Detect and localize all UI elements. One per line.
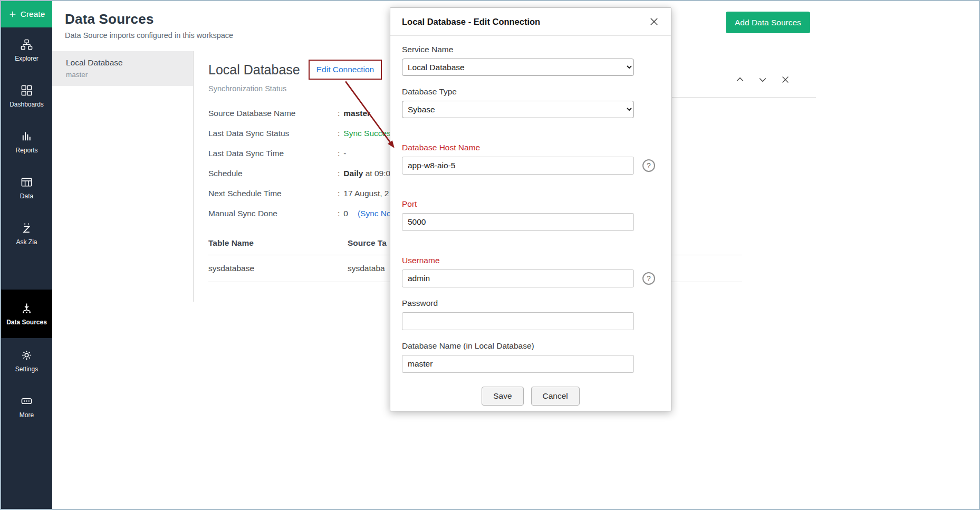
field-username: Username ? xyxy=(402,255,659,287)
sidebar-item-data[interactable]: Data xyxy=(1,165,52,211)
sidebar: Create Explorer Dashboards Reports Data … xyxy=(1,1,52,509)
settings-icon xyxy=(21,349,33,361)
ask-zia-icon xyxy=(21,222,33,234)
username-input[interactable] xyxy=(402,270,634,287)
field-label: Service Name xyxy=(402,44,659,54)
data-icon xyxy=(21,176,33,188)
field-database-name: Database Name (in Local Database) xyxy=(402,341,659,373)
source-list-item[interactable]: Local Database master xyxy=(52,51,193,86)
help-icon[interactable]: ? xyxy=(642,272,655,285)
table-cell: sysdataba xyxy=(348,264,385,273)
detail-row-value: Sync Succes xyxy=(343,129,391,138)
detail-row-label: Source Database Name xyxy=(208,108,338,119)
reports-icon xyxy=(21,130,33,142)
detail-row-label: Schedule xyxy=(208,168,338,179)
field-database-type: Database Type Sybase xyxy=(402,86,659,118)
detail-row-value: master xyxy=(343,109,370,118)
help-icon[interactable]: ? xyxy=(642,159,655,172)
close-icon xyxy=(649,16,659,27)
more-icon xyxy=(21,395,33,407)
previous-source-button[interactable] xyxy=(733,73,747,86)
field-label: Username xyxy=(402,255,659,265)
detail-row-value-suffix: at 09:0 xyxy=(363,169,390,178)
create-label: Create xyxy=(21,9,45,19)
sidebar-item-label: Explorer xyxy=(15,55,39,62)
source-database: master xyxy=(66,71,179,79)
save-button[interactable]: Save xyxy=(482,387,523,406)
field-label: Database Type xyxy=(402,86,659,97)
field-label: Port xyxy=(402,199,659,209)
source-list-panel: Local Database master xyxy=(52,51,194,302)
sidebar-item-label: Ask Zia xyxy=(16,238,37,246)
close-icon xyxy=(780,74,791,85)
detail-row-value: Daily xyxy=(343,169,363,178)
create-button[interactable]: Create xyxy=(1,1,52,27)
sidebar-item-more[interactable]: More xyxy=(1,384,52,430)
database-host-input[interactable] xyxy=(402,157,634,175)
sidebar-item-label: More xyxy=(20,411,34,419)
field-label: Password xyxy=(402,298,659,308)
sidebar-item-label: Dashboards xyxy=(9,101,44,108)
edit-connection-modal: Local Database - Edit Connection Service… xyxy=(390,7,671,411)
service-name-select[interactable]: Local Database xyxy=(402,59,634,76)
close-detail-button[interactable] xyxy=(779,73,792,86)
detail-row-label: Last Data Sync Time xyxy=(208,148,338,159)
app-window: Create Explorer Dashboards Reports Data … xyxy=(0,0,980,510)
sidebar-item-label: Data Sources xyxy=(6,319,47,326)
modal-title: Local Database - Edit Connection xyxy=(402,17,540,27)
sidebar-item-label: Settings xyxy=(15,365,38,373)
sidebar-nav: Explorer Dashboards Reports Data Ask Zia… xyxy=(1,27,52,430)
field-password: Password xyxy=(402,298,659,330)
detail-row-value: 17 August, 2 xyxy=(343,189,389,198)
source-name: Local Database xyxy=(66,58,179,68)
sidebar-item-dashboards[interactable]: Dashboards xyxy=(1,73,52,119)
sidebar-item-settings[interactable]: Settings xyxy=(1,338,52,384)
sidebar-item-explorer[interactable]: Explorer xyxy=(1,27,52,73)
detail-row-value: 0 xyxy=(343,209,348,218)
next-source-button[interactable] xyxy=(756,73,770,86)
modal-header: Local Database - Edit Connection xyxy=(390,8,671,36)
add-data-sources-button[interactable]: Add Data Sources xyxy=(726,12,810,33)
password-input[interactable] xyxy=(402,312,634,330)
table-header-cell: Table Name xyxy=(208,238,348,248)
chevron-up-icon xyxy=(735,74,745,85)
detail-row-value: - xyxy=(343,149,346,158)
sidebar-item-ask-zia[interactable]: Ask Zia xyxy=(1,211,52,257)
cancel-button[interactable]: Cancel xyxy=(531,387,580,406)
chevron-down-icon xyxy=(757,74,768,85)
database-type-select[interactable]: Sybase xyxy=(402,101,634,118)
field-database-host: Database Host Name ? xyxy=(402,142,659,175)
field-port: Port xyxy=(402,199,659,231)
field-label: Database Host Name xyxy=(402,142,659,152)
sync-now-link[interactable]: (Sync No xyxy=(358,209,391,218)
dashboards-icon xyxy=(21,84,33,97)
sidebar-item-label: Reports xyxy=(15,147,37,154)
sidebar-item-data-sources[interactable]: Data Sources xyxy=(1,290,52,338)
modal-buttons: Save Cancel xyxy=(402,387,659,406)
field-service-name: Service Name Local Database xyxy=(402,44,659,76)
field-label: Database Name (in Local Database) xyxy=(402,341,659,351)
detail-row-label: Last Data Sync Status xyxy=(208,128,338,139)
data-sources-icon xyxy=(21,302,33,314)
explorer-icon xyxy=(21,39,33,51)
detail-title: Local Database xyxy=(208,62,300,78)
sidebar-item-label: Data xyxy=(20,193,33,200)
table-header-cell: Source Ta xyxy=(348,238,387,248)
database-name-input[interactable] xyxy=(402,355,634,373)
detail-row-label: Manual Sync Done xyxy=(208,208,338,219)
port-input[interactable] xyxy=(402,213,634,231)
sidebar-item-reports[interactable]: Reports xyxy=(1,119,52,165)
edit-connection-link[interactable]: Edit Connection xyxy=(316,65,374,74)
annotation-highlight-box: Edit Connection xyxy=(309,60,382,80)
detail-row-label: Next Schedule Time xyxy=(208,188,338,199)
table-cell: sysdatabase xyxy=(208,264,348,273)
plus-icon xyxy=(8,10,17,18)
modal-body: Service Name Local Database Database Typ… xyxy=(390,36,671,415)
detail-controls xyxy=(733,73,792,86)
modal-close-button[interactable] xyxy=(649,16,659,27)
detail-header-divider xyxy=(672,97,816,98)
